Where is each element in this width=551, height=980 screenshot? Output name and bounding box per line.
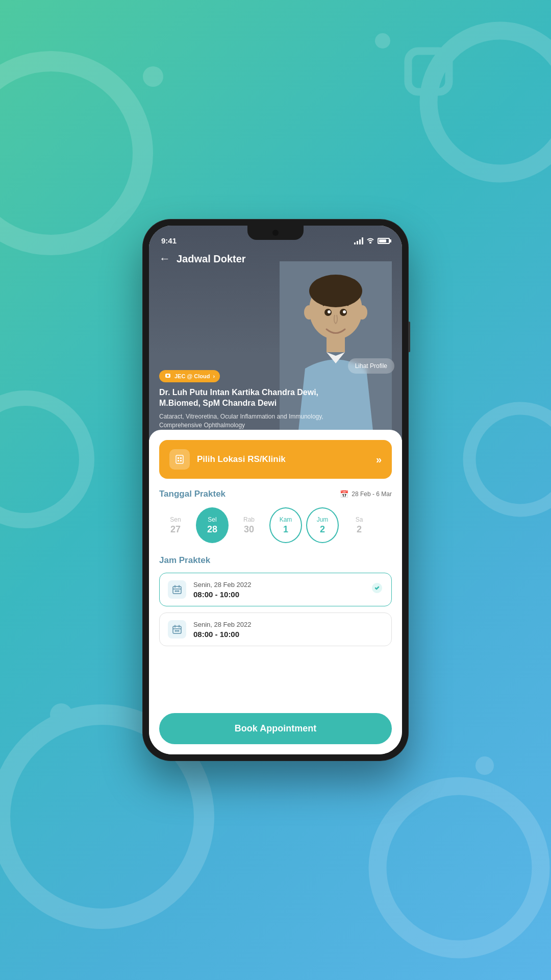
slot-calendar-icon bbox=[168, 580, 186, 599]
chevron-right-icon: » bbox=[376, 454, 382, 465]
back-button[interactable]: ← bbox=[159, 252, 170, 265]
battery-icon bbox=[378, 238, 390, 244]
svg-point-19 bbox=[304, 305, 314, 320]
svg-point-17 bbox=[328, 310, 331, 313]
day-item-sen[interactable]: Sen 27 bbox=[159, 507, 192, 543]
time-slot-0[interactable]: Senin, 28 Feb 2022 08:00 - 10:00 bbox=[159, 573, 392, 606]
svg-point-41 bbox=[178, 630, 180, 632]
doctor-specialty: Cataract, Vitreoretina, Ocular Inflammat… bbox=[159, 412, 351, 430]
svg-point-39 bbox=[175, 630, 177, 632]
nav-bar: ← Jadwal Dokter bbox=[149, 248, 402, 270]
day-item-sa[interactable]: Sa 2 bbox=[343, 507, 375, 543]
svg-rect-25 bbox=[180, 457, 182, 459]
doctor-info: JEC @ Cloud › Dr. Luh Putu Intan Kartika… bbox=[159, 370, 351, 430]
practice-date-title: Tanggal Praktek bbox=[159, 489, 226, 499]
day-item-jum[interactable]: Jum 2 bbox=[306, 507, 339, 543]
slot-calendar-icon bbox=[168, 620, 186, 639]
location-selector[interactable]: Pilih Lokasi RS/Klinik » bbox=[159, 440, 392, 479]
svg-point-34 bbox=[178, 591, 180, 592]
svg-point-40 bbox=[177, 630, 178, 632]
location-icon bbox=[169, 449, 190, 470]
status-time: 9:41 bbox=[161, 236, 177, 245]
svg-point-32 bbox=[175, 591, 177, 592]
svg-point-5 bbox=[378, 786, 541, 949]
power-button bbox=[408, 322, 410, 352]
location-label: Pilih Lokasi RS/Klinik bbox=[197, 454, 369, 464]
status-icons bbox=[354, 236, 390, 245]
page-title: Jadwal Dokter bbox=[177, 253, 246, 265]
svg-point-22 bbox=[167, 375, 169, 377]
practice-date-header: Tanggal Praktek 📅 28 Feb - 6 Mar bbox=[159, 489, 392, 499]
svg-rect-27 bbox=[180, 460, 182, 461]
slot-time: 08:00 - 10:00 bbox=[193, 590, 364, 599]
svg-point-7 bbox=[143, 66, 163, 87]
svg-point-10 bbox=[50, 703, 72, 726]
svg-rect-35 bbox=[173, 626, 181, 633]
check-icon bbox=[371, 582, 383, 597]
day-picker: Sen 27 Sel 28 Rab 30 Kam 1 Jum 2 Sa 2 bbox=[159, 507, 392, 543]
svg-rect-26 bbox=[178, 460, 179, 461]
svg-point-2 bbox=[0, 398, 87, 521]
time-slots: Senin, 28 Feb 2022 08:00 - 10:00 bbox=[159, 573, 392, 646]
svg-rect-14 bbox=[327, 337, 345, 352]
svg-rect-23 bbox=[176, 455, 183, 463]
svg-rect-28 bbox=[173, 586, 181, 594]
svg-point-18 bbox=[343, 310, 346, 313]
signal-icon bbox=[354, 237, 363, 244]
svg-point-13 bbox=[309, 275, 362, 307]
svg-point-9 bbox=[475, 756, 494, 775]
clinic-badge: JEC @ Cloud › bbox=[159, 370, 220, 382]
phone-screen: 9:41 ← bbox=[149, 226, 402, 754]
svg-point-0 bbox=[0, 61, 143, 245]
svg-point-1 bbox=[429, 31, 551, 174]
svg-rect-6 bbox=[408, 51, 449, 92]
date-range: 📅 28 Feb - 6 Mar bbox=[340, 490, 392, 498]
svg-point-20 bbox=[357, 305, 367, 320]
profile-button[interactable]: Lihat Profile bbox=[348, 358, 394, 374]
practice-hours-title: Jam Praktek bbox=[159, 555, 392, 566]
day-item-kam[interactable]: Kam 1 bbox=[269, 507, 302, 543]
time-slot-1[interactable]: Senin, 28 Feb 2022 08:00 - 10:00 bbox=[159, 612, 392, 646]
day-item-rab[interactable]: Rab 30 bbox=[233, 507, 265, 543]
wifi-icon bbox=[366, 236, 374, 245]
white-card: Pilih Lokasi RS/Klinik » Tanggal Praktek… bbox=[149, 430, 402, 754]
notch bbox=[247, 226, 304, 240]
svg-point-33 bbox=[177, 591, 178, 592]
svg-rect-24 bbox=[178, 457, 179, 459]
phone-frame: 9:41 ← bbox=[143, 219, 408, 761]
doctor-name: Dr. Luh Putu Intan Kartika Chandra Dewi,… bbox=[159, 387, 351, 409]
slot-time: 08:00 - 10:00 bbox=[193, 630, 383, 639]
doctor-header: 9:41 ← bbox=[149, 226, 402, 440]
calendar-mini-icon: 📅 bbox=[340, 490, 348, 498]
svg-point-8 bbox=[375, 33, 390, 48]
book-appointment-button[interactable]: Book Appointment bbox=[159, 713, 392, 744]
day-item-sel[interactable]: Sel 28 bbox=[196, 507, 229, 543]
slot-date: Senin, 28 Feb 2022 bbox=[193, 621, 383, 628]
svg-point-3 bbox=[469, 408, 551, 510]
slot-date: Senin, 28 Feb 2022 bbox=[193, 581, 364, 589]
